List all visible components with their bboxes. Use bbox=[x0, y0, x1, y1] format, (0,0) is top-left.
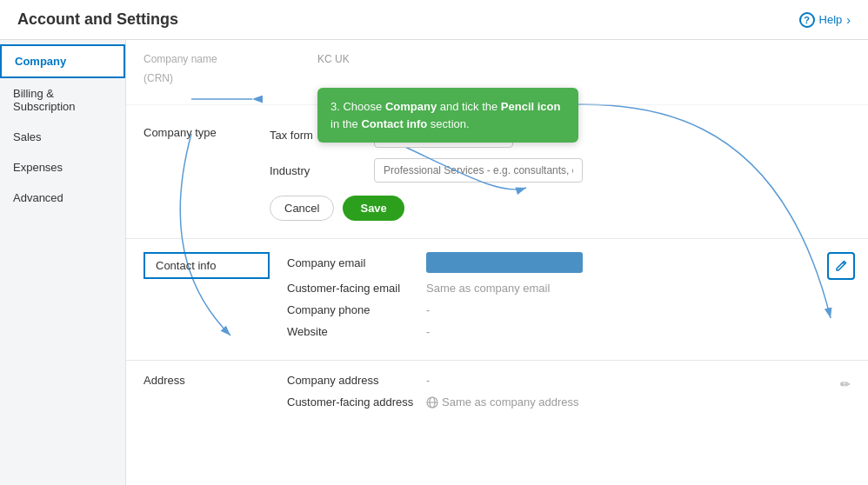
crn-label: (CRN) bbox=[144, 72, 317, 84]
pencil-icon bbox=[834, 259, 848, 273]
contact-info-section: Contact info Company email Customer-faci… bbox=[126, 239, 868, 361]
help-icon: ? bbox=[799, 12, 815, 28]
cancel-button[interactable]: Cancel bbox=[270, 196, 334, 221]
chevron-right-icon: › bbox=[846, 13, 851, 27]
company-email-row: Company email bbox=[287, 252, 851, 273]
company-address-label: Company address bbox=[287, 374, 426, 387]
sidebar-item-billing[interactable]: Billing & Subscription bbox=[0, 78, 125, 122]
address-title: Address bbox=[144, 374, 270, 387]
customer-email-row: Customer-facing email Same as company em… bbox=[287, 282, 851, 295]
address-section: Address Company address - Customer-facin… bbox=[126, 361, 868, 430]
company-type-title: Company type bbox=[144, 123, 270, 139]
industry-label: Industry bbox=[270, 164, 374, 177]
app-container: Account and Settings ? Help › Company Bi… bbox=[0, 0, 868, 485]
pencil-edit-button[interactable] bbox=[827, 252, 855, 280]
address-pencil-icon[interactable]: ✏ bbox=[840, 374, 851, 391]
website-label: Website bbox=[287, 325, 426, 338]
company-email-value bbox=[426, 252, 583, 273]
customer-address-value: Same as company address bbox=[442, 395, 579, 409]
action-buttons: Cancel Save bbox=[270, 196, 851, 221]
company-name-row: Company name KC UK bbox=[144, 53, 851, 65]
customer-email-label: Customer-facing email bbox=[287, 282, 426, 295]
company-email-label: Company email bbox=[287, 256, 426, 269]
sidebar-item-expenses[interactable]: Expenses bbox=[0, 152, 125, 183]
customer-address-row: Customer-facing address Same as company … bbox=[287, 395, 831, 409]
page-title: Account and Settings bbox=[17, 10, 178, 29]
company-address-value: - bbox=[426, 374, 430, 387]
contact-info-title: Contact info bbox=[144, 252, 270, 279]
industry-field-wrapper bbox=[374, 158, 583, 183]
company-name-label: Company name bbox=[144, 53, 317, 65]
sidebar-item-advanced[interactable]: Advanced bbox=[0, 183, 125, 213]
customer-address-label: Customer-facing address bbox=[287, 395, 426, 409]
company-phone-row: Company phone - bbox=[287, 303, 851, 316]
body: Company Billing & Subscription Sales Exp… bbox=[0, 40, 868, 485]
globe-icon bbox=[426, 396, 438, 409]
main-content: 3. Choose Company and tick the Pencil ic… bbox=[126, 40, 868, 485]
company-phone-label: Company phone bbox=[287, 303, 426, 316]
contact-fields: Company email Customer-facing email Same… bbox=[270, 252, 851, 347]
header: Account and Settings ? Help › bbox=[0, 0, 868, 40]
customer-email-value: Same as company email bbox=[426, 282, 550, 295]
crn-row: (CRN) bbox=[144, 72, 851, 84]
company-address-row: Company address - bbox=[287, 374, 831, 387]
help-button[interactable]: ? Help › bbox=[799, 12, 851, 28]
sidebar-item-company[interactable]: Company bbox=[0, 44, 125, 78]
sidebar: Company Billing & Subscription Sales Exp… bbox=[0, 40, 126, 485]
company-phone-value: - bbox=[426, 303, 430, 316]
tooltip-overlay: 3. Choose Company and tick the Pencil ic… bbox=[317, 88, 578, 143]
sidebar-item-sales[interactable]: Sales bbox=[0, 122, 125, 152]
save-button[interactable]: Save bbox=[343, 196, 404, 221]
address-content: Company address - Customer-facing addres… bbox=[270, 374, 831, 417]
tooltip-text: 3. Choose Company and tick the Pencil ic… bbox=[331, 100, 560, 130]
website-row: Website - bbox=[287, 325, 851, 338]
industry-row: Industry bbox=[270, 158, 851, 183]
help-label: Help bbox=[819, 13, 843, 26]
company-name-value: KC UK bbox=[317, 53, 350, 65]
industry-input[interactable] bbox=[374, 158, 583, 183]
website-value: - bbox=[426, 325, 430, 338]
